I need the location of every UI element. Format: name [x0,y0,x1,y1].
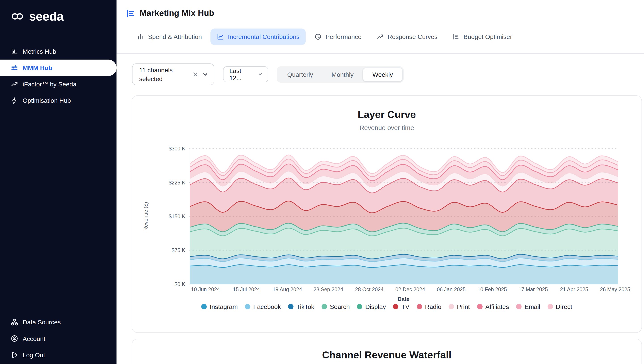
y-tick-label: $0 K [175,281,186,287]
tab-incremental-contributions[interactable]: Incremental Contributions [211,29,306,45]
sidebar: seeda Metrics Hub MMM Hub [0,0,116,364]
legend-label: Radio [425,303,442,310]
tab-bar: Spend & Attribution Incremental Contribu… [131,29,518,45]
interlocked-rings-icon [11,12,24,21]
sidebar-item-label: Data Sources [22,318,60,326]
legend-item-tiktok: TikTok [288,303,314,310]
legend-dot [393,304,398,309]
granularity-option-monthly[interactable]: Monthly [322,68,363,81]
content-area: 11 channels selected Last 12... Quarterl… [116,54,644,364]
tab-spend-attribution[interactable]: Spend & Attribution [131,29,208,45]
chart-legend: InstagramFacebookTikTokSearchDisplayTVRa… [132,303,642,310]
pie-chart-icon [314,33,322,40]
sidebar-item-account[interactable]: Account [0,330,116,347]
bar-chart-icon [137,33,144,40]
logo-text: seeda [29,9,64,24]
network-icon [11,318,18,326]
legend-item-radio: Radio [416,303,442,310]
sidebar-item-label: Log Out [22,351,45,359]
granularity-option-quarterly[interactable]: Quarterly [278,68,322,81]
tab-label: Budget Optimiser [464,33,512,40]
sidebar-nav: Metrics Hub MMM Hub iFactor™ by Seeda [0,43,116,109]
chevron-down-icon[interactable] [202,71,208,77]
trending-up-icon [376,33,384,40]
x-tick-label: 15 Jul 2024 [233,287,260,292]
app-root: seeda Metrics Hub MMM Hub [0,0,644,364]
legend-item-direct: Direct [548,303,572,310]
legend-dot [202,304,207,309]
granularity-segmented-control: Quarterly Monthly Weekly [277,66,404,83]
legend-dot [288,304,294,309]
tab-label: Response Curves [388,33,438,40]
main-area: Marketing Mix Hub Spend & Attribution In… [116,0,644,364]
legend-label: TV [402,303,410,310]
x-axis-title: Date [398,296,410,302]
legend-item-affiliates: Affiliates [477,303,509,310]
y-tick-label: $225 K [169,180,186,186]
sidebar-item-label: Account [22,335,46,342]
sidebar-item-data-sources[interactable]: Data Sources [0,314,116,330]
page-title: Marketing Mix Hub [140,9,214,18]
x-tick-label: 10 Feb 2025 [478,287,507,292]
sidebar-item-label: iFactor™ by Seeda [22,81,76,88]
legend-label: Affiliates [485,303,509,310]
legend-dot [548,304,553,309]
sidebar-footer: Data Sources Account Log Out [0,314,116,363]
legend-dot [357,304,362,309]
tab-budget-optimiser[interactable]: Budget Optimiser [446,29,518,45]
x-tick-label: 21 Apr 2025 [560,287,588,292]
sidebar-item-mmm-hub[interactable]: MMM Hub [0,60,116,76]
sidebar-item-label: Metrics Hub [22,48,56,55]
y-axis-title: Revenue ($) [143,202,149,231]
legend-dot [416,304,422,309]
sidebar-item-metrics-hub[interactable]: Metrics Hub [0,43,116,60]
channel-multiselect-value: 11 channels selected [139,66,192,83]
tab-label: Performance [326,33,362,40]
legend-item-search: Search [321,303,350,310]
legend-label: Search [330,303,350,310]
tab-response-curves[interactable]: Response Curves [370,29,444,45]
legend-dot [448,304,454,309]
legend-label: Direct [556,303,572,310]
chart-lines-icon [126,9,135,18]
line-chart-icon [217,33,224,40]
bar-chart-axis-icon [11,48,18,55]
sidebar-item-optimisation-hub[interactable]: Optimisation Hub [0,92,116,109]
main-header: Marketing Mix Hub Spend & Attribution In… [116,0,644,54]
legend-label: Instagram [210,303,238,310]
x-tick-label: 10 Jun 2024 [191,287,220,292]
sidebar-item-label: MMM Hub [22,64,52,71]
sidebar-item-ifactor[interactable]: iFactor™ by Seeda [0,76,116,92]
x-tick-label: 23 Sep 2024 [314,287,343,292]
legend-item-print: Print [448,303,470,310]
legend-item-email: Email [516,303,540,310]
date-range-value: Last 12... [230,67,255,81]
tab-label: Incremental Contributions [228,33,300,40]
legend-item-tv: TV [393,303,410,310]
legend-item-facebook: Facebook [245,303,281,310]
close-icon[interactable] [192,71,198,77]
chart-title: Channel Revenue Waterfall [132,349,642,361]
legend-label: Print [457,303,470,310]
chart-title: Layer Curve [132,109,642,121]
sidebar-item-log-out[interactable]: Log Out [0,347,116,363]
granularity-option-weekly[interactable]: Weekly [363,68,402,81]
y-tick-label: $300 K [169,146,186,151]
layer-curve-card: Layer Curve Revenue over time $0 K$75 K$… [132,95,642,333]
sidebar-item-label: Optimisation Hub [22,97,71,104]
legend-dot [477,304,482,309]
tab-label: Spend & Attribution [148,33,202,40]
logo: seeda [0,0,116,24]
tab-performance[interactable]: Performance [308,29,368,45]
x-tick-label: 02 Dec 2024 [395,287,425,292]
legend-item-instagram: Instagram [202,303,238,310]
x-tick-label: 28 Oct 2024 [355,287,384,292]
y-tick-label: $150 K [169,214,186,219]
waterfall-card: Channel Revenue Waterfall Revenue contri… [132,339,642,364]
date-range-select[interactable]: Last 12... [223,66,268,82]
x-tick-label: 26 May 2025 [600,287,630,292]
legend-dot [516,304,522,309]
series-area-instagram [190,265,618,284]
channel-multiselect[interactable]: 11 channels selected [132,63,214,85]
x-tick-label: 06 Jan 2025 [437,287,466,292]
